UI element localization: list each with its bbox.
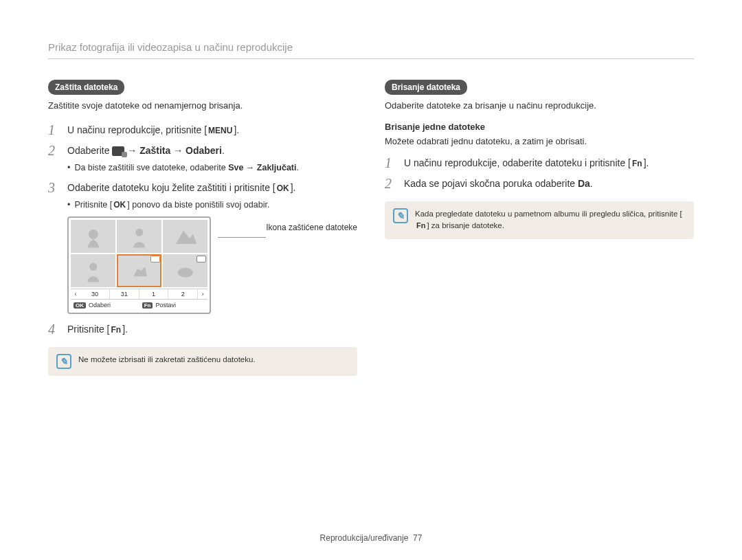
fn-key: Fn — [631, 157, 644, 170]
svg-point-0 — [89, 229, 98, 239]
left-column: Zaštita datoteka Zaštitite svoje datotek… — [48, 80, 357, 376]
step-number: 2 — [48, 142, 60, 159]
action-label: Odaberi — [89, 302, 111, 309]
flower-icon — [78, 225, 109, 248]
protected-file-icon — [196, 256, 206, 262]
page-footer: Reprodukcija/uređivanje 77 — [0, 533, 742, 543]
step-text: ]. — [234, 124, 239, 135]
manual-page: Prikaz fotografija ili videozapisa u nač… — [0, 0, 742, 560]
bullet-bold: Sve — [228, 163, 243, 172]
step-number: 1 — [385, 155, 397, 171]
ok-key: OK — [112, 200, 127, 210]
right-section-pill: Brisanje datoteka — [385, 80, 467, 95]
step-text: . — [590, 178, 593, 189]
left-step-1: 1 U načinu reprodukcije, pritisnite [MEN… — [48, 122, 357, 138]
menu-key: MENU — [207, 124, 234, 137]
callout-line — [218, 237, 266, 238]
step-text: Odaberite — [67, 145, 112, 156]
footer-page-number: 77 — [413, 533, 422, 543]
svg-point-3 — [177, 268, 192, 278]
action-label: Postavi — [155, 302, 176, 309]
note-text: Ne možete izbrisati ili zakretati zaštić… — [78, 354, 256, 366]
step-body: Odaberite datoteku koju želite zaštititi… — [67, 179, 295, 195]
step-text: ]. — [291, 182, 296, 193]
action-fn: Fn Postavi — [139, 300, 208, 311]
thumbnail-grid — [71, 220, 207, 287]
right-subheading: Brisanje jedne datoteke — [385, 122, 694, 132]
right-sublead: Možete odabrati jednu datoteku, a zatim … — [385, 136, 694, 146]
note-icon: ✎ — [393, 208, 408, 223]
next-arrow-icon: › — [198, 289, 207, 299]
step-number: 1 — [48, 122, 60, 138]
device-screenshot-area: ‹ 30 31 1 2 › OK Odaberi Fn — [67, 216, 357, 314]
protected-file-icon — [150, 256, 160, 262]
cloud-icon — [170, 259, 201, 282]
thumbnail — [163, 254, 207, 287]
left-step-3: 3 Odaberite datoteku koju želite zaštiti… — [48, 179, 357, 196]
person-icon — [124, 225, 155, 248]
step-body: Odaberite → Zaštita → Odaberi. — [67, 142, 225, 158]
thumbnail — [163, 220, 207, 253]
step-bold: Da — [578, 178, 590, 189]
step-text: U načinu reprodukcije, pritisnite [ — [67, 124, 207, 135]
step-number: 3 — [48, 179, 60, 196]
note-span: Kada pregledate datoteku u pametnom albu… — [415, 210, 682, 218]
step-body: U načinu reprodukcije, odaberite datotek… — [404, 155, 649, 170]
step-body: Kada se pojavi skočna poruka odaberite D… — [404, 175, 593, 191]
note-text: Kada pregledate datoteku u pametnom albu… — [415, 208, 686, 232]
bullet-text: ] ponovo da biste poništili svoj odabir. — [127, 200, 269, 210]
right-lead-text: Odaberite datoteke za brisanje u načinu … — [385, 100, 694, 111]
right-step-1: 1 U načinu reprodukcije, odaberite datot… — [385, 155, 694, 171]
thumbnail — [117, 220, 161, 253]
person-icon — [78, 259, 109, 282]
bullet-bold: Zaključati — [257, 163, 297, 172]
left-step-4: 4 Pritisnite [Fn]. — [48, 321, 357, 337]
step-text: Pritisnite [ — [67, 324, 109, 335]
thumbnail-selected — [117, 254, 161, 287]
bullet-text: Da biste zaštitili sve datoteke, odaberi… — [74, 163, 228, 172]
right-step-2: 2 Kada se pojavi skočna poruka odaberite… — [385, 175, 694, 192]
date-cell: 2 — [168, 289, 198, 299]
footer-section: Reprodukcija/uređivanje — [320, 533, 409, 543]
thumbnail — [71, 220, 115, 253]
step-text: . — [222, 145, 225, 156]
right-column: Brisanje datoteka Odaberite datoteke za … — [385, 80, 694, 376]
bullet-text: Pritisnite [ — [74, 200, 112, 210]
fn-key: Fn — [109, 324, 122, 336]
settings-icon — [112, 146, 124, 156]
thumbnail — [71, 254, 115, 287]
step-number: 4 — [48, 321, 60, 337]
animal-icon — [124, 259, 155, 282]
step-body: Pritisnite [Fn]. — [67, 321, 128, 337]
note-span: ] za brisanje datoteke. — [427, 221, 504, 229]
svg-point-1 — [135, 229, 143, 236]
svg-point-2 — [89, 263, 97, 271]
fn-key: Fn — [415, 220, 427, 232]
step-text: U načinu reprodukcije, odaberite datotek… — [404, 157, 631, 168]
date-bar: ‹ 30 31 1 2 › — [71, 289, 207, 299]
step-text: ]. — [122, 324, 128, 335]
left-lead-text: Zaštitite svoje datoteke od nenamjernog … — [48, 100, 357, 111]
left-section-pill: Zaštita datoteka — [48, 80, 124, 95]
date-cell: 1 — [139, 289, 169, 299]
ok-key-icon: OK — [74, 302, 86, 309]
step-number: 2 — [385, 175, 397, 192]
device-mock: ‹ 30 31 1 2 › OK Odaberi Fn — [67, 216, 211, 314]
callout-text: Ikona zaštićene datoteke — [266, 223, 357, 232]
date-cell: 30 — [80, 289, 110, 299]
right-note-box: ✎ Kada pregledate datoteku u pametnom al… — [385, 201, 694, 239]
bullet-text: . — [297, 163, 299, 172]
page-header-title: Prikaz fotografija ili videozapisa u nač… — [48, 41, 694, 53]
callout: Ikona zaštićene datoteke — [218, 216, 357, 238]
action-bar: OK Odaberi Fn Postavi — [71, 299, 207, 311]
step-text: Odaberite datoteku koju želite zaštititi… — [67, 182, 276, 193]
step-body: U načinu reprodukcije, pritisnite [MENU]… — [67, 122, 239, 137]
ok-key: OK — [276, 182, 291, 194]
two-column-layout: Zaštita datoteka Zaštitite svoje datotek… — [48, 80, 694, 376]
note-icon: ✎ — [56, 354, 71, 369]
mountain-icon — [170, 225, 201, 248]
action-ok: OK Odaberi — [71, 300, 139, 311]
left-bullet-2: Pritisnite [OK] ponovo da biste poništil… — [67, 200, 357, 210]
date-cell: 31 — [110, 289, 139, 299]
prev-arrow-icon: ‹ — [71, 289, 80, 299]
